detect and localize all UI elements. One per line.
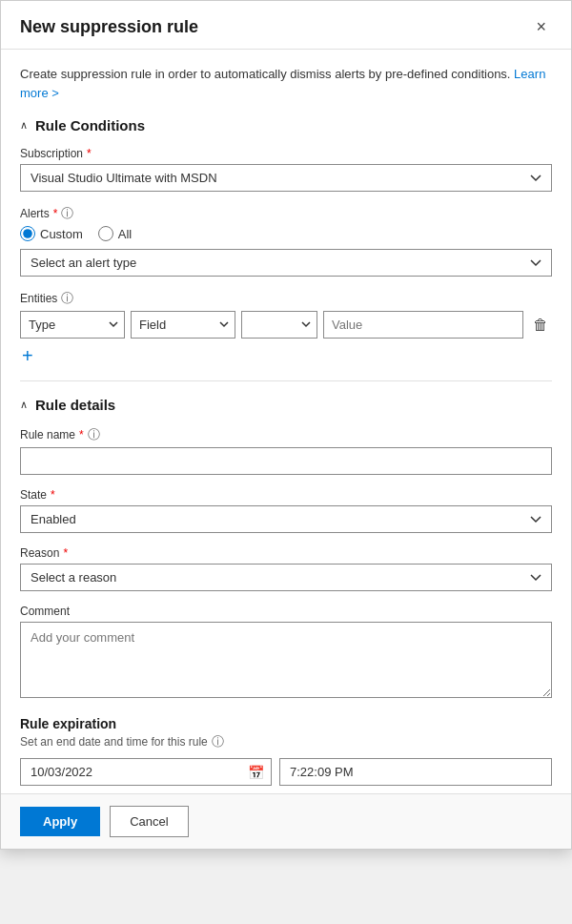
cancel-button[interactable]: Cancel bbox=[110, 806, 188, 837]
rule-name-label: Rule name * ⓘ bbox=[20, 426, 552, 443]
rule-name-input[interactable] bbox=[20, 447, 552, 475]
subscription-label: Subscription * bbox=[20, 147, 552, 160]
all-radio-label[interactable]: All bbox=[98, 226, 132, 241]
rule-details-title: Rule details bbox=[35, 397, 115, 413]
comment-label: Comment bbox=[20, 605, 552, 618]
reason-dropdown[interactable]: Select a reason bbox=[20, 564, 552, 591]
entity-add-button[interactable]: + bbox=[20, 346, 35, 365]
expiration-title: Rule expiration bbox=[20, 716, 552, 731]
rule-conditions-chevron-icon: ∧ bbox=[20, 119, 28, 132]
alert-type-dropdown[interactable]: Select an alert type bbox=[20, 249, 552, 277]
rule-name-required-star: * bbox=[79, 428, 84, 441]
alerts-label: Alerts * ⓘ bbox=[20, 205, 552, 222]
subscription-field-group: Subscription * Visual Studio Ultimate wi… bbox=[20, 147, 552, 192]
dialog-footer: Apply Cancel bbox=[1, 793, 571, 849]
rule-details-section-header[interactable]: ∧ Rule details bbox=[20, 397, 552, 413]
close-button[interactable]: × bbox=[530, 16, 552, 37]
entity-operator-dropdown[interactable] bbox=[241, 311, 317, 339]
entity-value-input[interactable] bbox=[323, 311, 523, 339]
rule-conditions-title: Rule Conditions bbox=[35, 117, 145, 133]
entities-field-group: Entities ⓘ Type Field 🗑 + bbox=[20, 290, 552, 365]
expiration-section: Rule expiration Set an end date and time… bbox=[20, 716, 552, 786]
state-dropdown[interactable]: Enabled bbox=[20, 505, 552, 533]
alerts-required-star: * bbox=[53, 207, 58, 220]
alerts-field-group: Alerts * ⓘ Custom All Select an alert ty… bbox=[20, 205, 552, 277]
comment-field-group: Comment bbox=[20, 605, 552, 701]
time-input[interactable] bbox=[279, 758, 552, 786]
info-text: Create suppression rule in order to auto… bbox=[20, 65, 552, 102]
section-divider bbox=[20, 380, 552, 381]
dialog-title: New suppression rule bbox=[20, 17, 198, 37]
entities-info-icon: ⓘ bbox=[61, 290, 73, 307]
entities-label: Entities ⓘ bbox=[20, 290, 552, 307]
date-input[interactable] bbox=[20, 758, 272, 786]
entity-type-dropdown[interactable]: Type bbox=[20, 311, 125, 339]
rule-name-info-icon: ⓘ bbox=[88, 426, 100, 443]
alerts-info-icon: ⓘ bbox=[61, 205, 73, 222]
state-required-star: * bbox=[51, 488, 55, 502]
expiration-subtitle: Set an end date and time for this rule ⓘ bbox=[20, 733, 552, 750]
entities-row: Type Field 🗑 bbox=[20, 311, 552, 339]
dialog-header: New suppression rule × bbox=[1, 1, 571, 50]
state-label: State * bbox=[20, 488, 552, 502]
expiration-row: 📅 bbox=[20, 758, 552, 786]
state-field-group: State * Enabled bbox=[20, 488, 552, 533]
subscription-required-star: * bbox=[87, 147, 92, 160]
new-suppression-rule-dialog: New suppression rule × Create suppressio… bbox=[0, 0, 572, 850]
custom-radio-label[interactable]: Custom bbox=[20, 226, 83, 241]
alerts-radio-group: Custom All bbox=[20, 226, 552, 241]
rule-conditions-section-header[interactable]: ∧ Rule Conditions bbox=[20, 117, 552, 133]
expiration-info-icon: ⓘ bbox=[212, 733, 224, 750]
entity-field-dropdown[interactable]: Field bbox=[131, 311, 235, 339]
all-radio-input[interactable] bbox=[98, 226, 113, 241]
custom-radio-text: Custom bbox=[40, 227, 83, 241]
entity-delete-button[interactable]: 🗑 bbox=[529, 315, 552, 336]
reason-required-star: * bbox=[63, 546, 68, 560]
date-input-wrapper: 📅 bbox=[20, 758, 272, 786]
rule-details-chevron-icon: ∧ bbox=[20, 399, 28, 411]
custom-radio-input[interactable] bbox=[20, 226, 35, 241]
reason-field-group: Reason * Select a reason bbox=[20, 546, 552, 591]
apply-button[interactable]: Apply bbox=[20, 807, 100, 836]
dialog-body: Create suppression rule in order to auto… bbox=[1, 50, 571, 793]
subscription-dropdown[interactable]: Visual Studio Ultimate with MSDN bbox=[20, 164, 552, 192]
comment-textarea[interactable] bbox=[20, 622, 552, 698]
reason-label: Reason * bbox=[20, 546, 552, 560]
rule-name-field-group: Rule name * ⓘ bbox=[20, 426, 552, 475]
all-radio-text: All bbox=[118, 227, 132, 241]
